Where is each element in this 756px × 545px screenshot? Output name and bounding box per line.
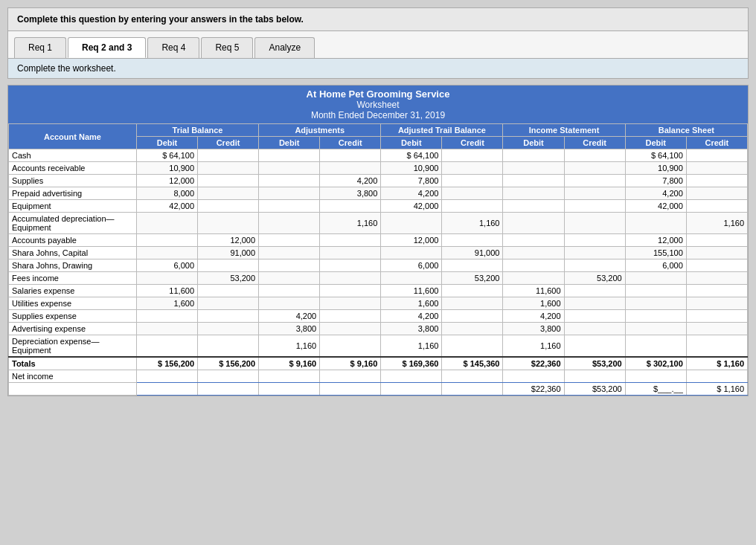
tab-req1[interactable]: Req 1 (14, 37, 66, 58)
tb-debit-header: Debit (136, 137, 197, 149)
data-cell-is_d (503, 213, 564, 234)
data-cell-tb_c (198, 175, 259, 187)
data-cell-adj_c: 4,200 (320, 175, 381, 187)
tab-req5[interactable]: Req 5 (201, 37, 253, 58)
data-cell-atb_c (442, 200, 503, 213)
data-cell-atb_c (442, 234, 503, 247)
col-trial-balance-header: Trial Balance (136, 124, 258, 137)
is-debit-header: Debit (503, 137, 564, 149)
data-cell-tb_c: $ 156,200 (198, 357, 259, 370)
data-cell-bs_d: 10,900 (625, 162, 686, 175)
table-row: Net income (9, 370, 748, 383)
data-cell-bs_d: 12,000 (625, 234, 686, 247)
data-cell-is_c (564, 323, 625, 335)
table-row: $22,360$53,200$___.__$ 1,160 (9, 383, 748, 396)
data-cell-atb_d: 11,600 (381, 285, 442, 297)
data-cell-tb_d: 1,600 (136, 297, 197, 310)
tab-req4[interactable]: Req 4 (147, 37, 199, 58)
data-cell-is_c (564, 149, 625, 162)
data-cell-atb_d: 4,200 (381, 310, 442, 323)
data-cell-tb_c: 53,200 (198, 272, 259, 285)
data-cell-atb_c (442, 149, 503, 162)
data-cell-bs_c (686, 149, 747, 162)
data-cell-tb_d (136, 335, 197, 358)
account-name-cell: Accounts payable (9, 234, 137, 247)
data-cell-atb_d (381, 247, 442, 259)
table-row: Accounts payable12,00012,00012,000 (9, 234, 748, 247)
data-cell-adj_c (320, 383, 381, 396)
data-cell-is_d (503, 272, 564, 285)
data-cell-is_c (564, 259, 625, 272)
data-cell-bs_d (625, 370, 686, 383)
data-cell-adj_c (320, 323, 381, 335)
data-cell-tb_d: 12,000 (136, 175, 197, 187)
data-cell-bs_d (625, 285, 686, 297)
data-cell-bs_c (686, 162, 747, 175)
data-cell-adj_d (259, 272, 320, 285)
data-cell-adj_c (320, 259, 381, 272)
header-row-sections: Account Name Trial Balance Adjustments A… (9, 124, 748, 137)
data-cell-adj_d: 1,160 (259, 335, 320, 358)
tab-analyze[interactable]: Analyze (254, 37, 315, 58)
data-cell-is_c (564, 234, 625, 247)
data-cell-bs_d (625, 272, 686, 285)
data-cell-is_d: 1,600 (503, 297, 564, 310)
data-cell-tb_d: 11,600 (136, 285, 197, 297)
data-cell-tb_d (136, 310, 197, 323)
data-cell-bs_d: 7,800 (625, 175, 686, 187)
tab-req2and3[interactable]: Req 2 and 3 (68, 37, 146, 58)
sub-instruction: Complete the worksheet. (7, 59, 749, 79)
data-cell-tb_c (198, 149, 259, 162)
data-cell-bs_c (686, 323, 747, 335)
data-cell-atb_c: $ 145,360 (442, 357, 503, 370)
data-cell-atb_d: 42,000 (381, 200, 442, 213)
account-name-cell: Accumulated depreciation— Equipment (9, 213, 137, 234)
data-cell-tb_d: 8,000 (136, 187, 197, 200)
data-cell-adj_c: $ 9,160 (320, 357, 381, 370)
bs-credit-header: Credit (686, 137, 747, 149)
worksheet-title: At Home Pet Grooming Service Worksheet M… (8, 86, 748, 123)
is-credit-header: Credit (564, 137, 625, 149)
data-cell-adj_d: $ 9,160 (259, 357, 320, 370)
data-cell-adj_d (259, 175, 320, 187)
data-cell-tb_d: 6,000 (136, 259, 197, 272)
data-cell-adj_c (320, 149, 381, 162)
table-row: Supplies expense4,2004,2004,200 (9, 310, 748, 323)
table-row: Salaries expense11,60011,60011,600 (9, 285, 748, 297)
table-row: Shara Johns, Capital91,00091,000155,100 (9, 247, 748, 259)
data-cell-adj_c: 3,800 (320, 187, 381, 200)
data-cell-is_c (564, 162, 625, 175)
data-cell-bs_d (625, 310, 686, 323)
data-cell-atb_d: 1,600 (381, 297, 442, 310)
account-name-cell: Net income (9, 370, 137, 383)
data-cell-tb_d (136, 370, 197, 383)
table-row: Shara Johns, Drawing6,0006,0006,000 (9, 259, 748, 272)
data-cell-tb_c (198, 335, 259, 358)
data-cell-atb_d: 12,000 (381, 234, 442, 247)
account-name-cell: Fees income (9, 272, 137, 285)
data-cell-bs_c: 1,160 (686, 213, 747, 234)
atb-credit-header: Credit (442, 137, 503, 149)
tabs-container: Req 1 Req 2 and 3 Req 4 Req 5 Analyze (7, 31, 749, 59)
data-cell-tb_c: 12,000 (198, 234, 259, 247)
data-cell-bs_d: 42,000 (625, 200, 686, 213)
data-cell-adj_d (259, 187, 320, 200)
data-cell-atb_c (442, 162, 503, 175)
data-cell-tb_d: $ 156,200 (136, 357, 197, 370)
data-cell-is_c (564, 247, 625, 259)
data-cell-atb_d (381, 383, 442, 396)
data-cell-adj_d: 3,800 (259, 323, 320, 335)
data-cell-bs_c (686, 234, 747, 247)
instruction-bar: Complete this question by entering your … (7, 7, 749, 31)
data-cell-tb_c: 91,000 (198, 247, 259, 259)
data-cell-atb_d: 6,000 (381, 259, 442, 272)
data-cell-tb_d (136, 213, 197, 234)
data-cell-is_d (503, 247, 564, 259)
data-cell-adj_c (320, 234, 381, 247)
data-cell-adj_c (320, 297, 381, 310)
data-cell-tb_c (198, 259, 259, 272)
table-row: Advertising expense3,8003,8003,800 (9, 323, 748, 335)
data-cell-tb_d (136, 383, 197, 396)
data-cell-adj_d (259, 259, 320, 272)
data-cell-is_c (564, 297, 625, 310)
